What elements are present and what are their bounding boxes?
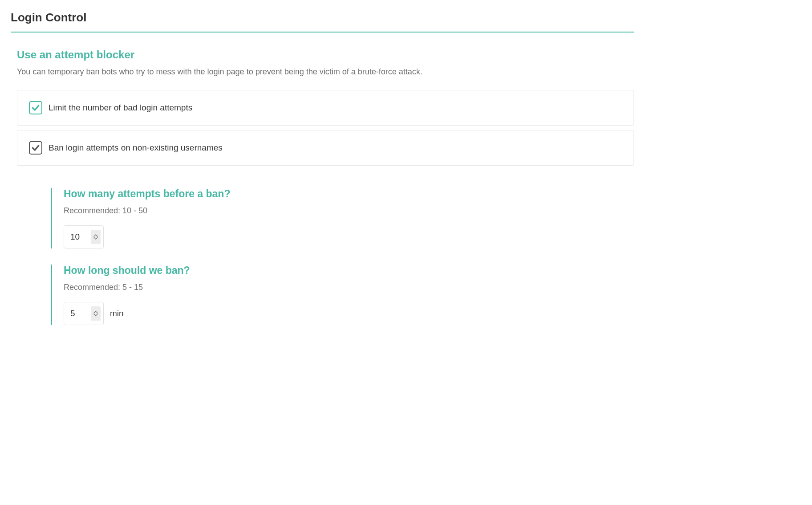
attempts-input[interactable] <box>70 232 91 242</box>
section-title-attempt-blocker: Use an attempt blocker <box>17 49 634 61</box>
section-description: You can temporary ban bots who try to me… <box>17 67 634 77</box>
block-ban-duration: How long should we ban? Recommended: 5 -… <box>51 265 634 325</box>
duration-input-wrapper <box>64 302 104 325</box>
chevron-down-icon <box>93 314 98 316</box>
chevron-down-icon <box>93 237 98 240</box>
check-icon <box>31 103 40 112</box>
heading-attempts-before-ban: How many attempts before a ban? <box>64 188 634 200</box>
duration-unit: min <box>110 309 124 318</box>
checkbox-label-limit-attempts: Limit the number of bad login attempts <box>49 103 192 113</box>
check-icon <box>31 143 40 152</box>
checkbox-limit-attempts[interactable] <box>29 101 42 114</box>
attempts-input-wrapper <box>64 225 104 248</box>
recommended-attempts: Recommended: 10 - 50 <box>64 206 634 216</box>
recommended-duration: Recommended: 5 - 15 <box>64 283 634 292</box>
duration-stepper[interactable] <box>91 306 101 321</box>
heading-ban-duration: How long should we ban? <box>64 265 634 277</box>
page-title: Login Control <box>11 11 634 24</box>
title-divider <box>11 32 634 33</box>
option-limit-attempts[interactable]: Limit the number of bad login attempts <box>17 90 634 126</box>
block-attempts-before-ban: How many attempts before a ban? Recommen… <box>51 188 634 248</box>
attempts-stepper[interactable] <box>91 230 101 244</box>
option-ban-nonexistent[interactable]: Ban login attempts on non-existing usern… <box>17 130 634 166</box>
checkbox-label-ban-nonexistent: Ban login attempts on non-existing usern… <box>49 143 223 153</box>
checkbox-ban-nonexistent[interactable] <box>29 141 42 155</box>
duration-input[interactable] <box>70 309 91 318</box>
